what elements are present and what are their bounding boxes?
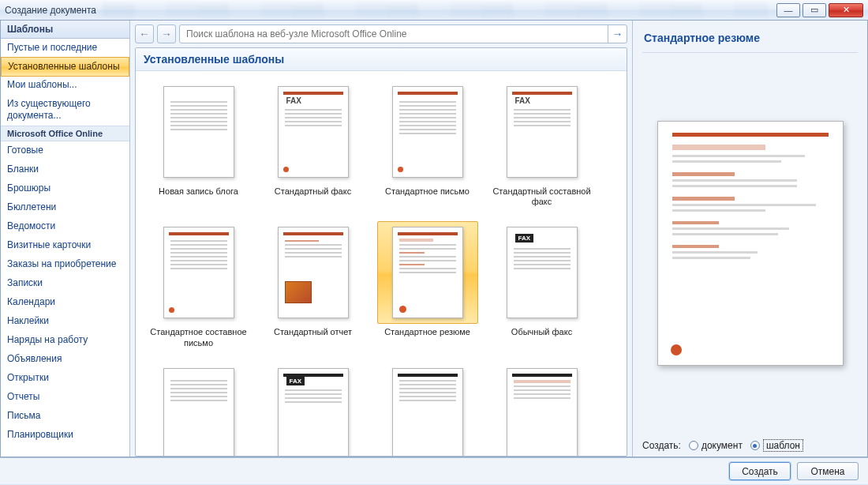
preview-title: Стандартное резюме xyxy=(642,27,858,53)
titlebar-decor xyxy=(103,3,768,17)
create-button[interactable]: Создать xyxy=(729,462,791,480)
sidebar-subheader-online: Microsoft Office Online xyxy=(1,126,129,141)
template-item-7[interactable]: FAX Обычный факс xyxy=(488,221,595,348)
cancel-button-label: Отмена xyxy=(810,466,844,477)
sidebar-item-online-2[interactable]: Брошюры xyxy=(1,179,129,198)
template-item-6[interactable]: Стандартное резюме xyxy=(374,221,481,348)
template-thumb: FAX xyxy=(507,227,578,318)
radio-template-label: шаблон xyxy=(763,439,803,452)
arrow-go-icon: → xyxy=(612,28,623,40)
maximize-button[interactable]: ▭ xyxy=(803,3,826,17)
nav-back-button[interactable]: ← xyxy=(135,24,154,43)
sidebar-item-online-1[interactable]: Бланки xyxy=(1,160,129,179)
template-label: Стандартное составное письмо xyxy=(145,327,252,348)
create-as-label: Создать: xyxy=(642,440,681,451)
close-button[interactable]: ✕ xyxy=(829,3,863,17)
dialog-body: Шаблоны Пустые и последние Установленные… xyxy=(0,21,868,457)
template-thumb xyxy=(278,227,349,318)
template-item-3[interactable]: FAX Стандартный составной факс xyxy=(488,81,595,207)
template-thumb: FAX xyxy=(507,86,578,178)
sidebar-item-online-8[interactable]: Календари xyxy=(1,293,129,312)
template-label: Стандартное письмо xyxy=(374,186,481,207)
radio-icon xyxy=(750,441,760,450)
template-label: Стандартный факс xyxy=(260,186,366,207)
template-thumb xyxy=(163,227,234,318)
template-label: Обычный факс xyxy=(488,327,595,348)
sidebar-item-online-4[interactable]: Ведомости xyxy=(1,217,129,236)
template-grid: Новая запись блога FAX Стандартный факс xyxy=(145,81,622,456)
arrow-left-icon: ← xyxy=(139,28,150,40)
template-item-5[interactable]: Стандартный отчет xyxy=(260,221,366,348)
cancel-button[interactable]: Отмена xyxy=(797,462,859,480)
window-controls: — ▭ ✕ xyxy=(774,3,863,17)
sidebar-item-online-14[interactable]: Письма xyxy=(1,407,129,426)
template-item-10[interactable] xyxy=(374,363,481,456)
template-label: Новая запись блога xyxy=(145,186,252,207)
template-item-8[interactable] xyxy=(145,363,252,456)
radio-document[interactable]: документ xyxy=(689,440,743,451)
template-thumb xyxy=(392,86,463,178)
sidebar: Шаблоны Пустые и последние Установленные… xyxy=(1,21,130,457)
gallery-title: Установленные шаблоны xyxy=(136,48,627,71)
button-bar: Создать Отмена xyxy=(0,457,868,484)
search-go-button[interactable]: → xyxy=(608,25,627,43)
sidebar-item-online-10[interactable]: Наряды на работу xyxy=(1,331,129,350)
sidebar-item-online-9[interactable]: Наклейки xyxy=(1,312,129,331)
template-item-2[interactable]: Стандартное письмо xyxy=(374,81,481,207)
circle-icon xyxy=(671,344,682,355)
template-thumb xyxy=(392,368,463,456)
sidebar-item-online-5[interactable]: Визитные карточки xyxy=(1,236,129,255)
create-button-label: Создать xyxy=(742,466,778,477)
template-item-11[interactable] xyxy=(488,363,595,456)
nav-row: ← → → xyxy=(130,21,632,47)
template-label: Стандартный составной факс xyxy=(488,186,595,207)
search-box: → xyxy=(179,24,627,43)
sidebar-item-from-existing[interactable]: Из существующего документа... xyxy=(1,95,129,126)
nav-forward-button[interactable]: → xyxy=(157,24,176,43)
titlebar: Создание документа — ▭ ✕ xyxy=(0,0,868,21)
template-thumb xyxy=(163,368,234,456)
gallery-frame: Установленные шаблоны Новая запись блога… xyxy=(135,47,627,457)
gallery-scroll[interactable]: Новая запись блога FAX Стандартный факс xyxy=(136,71,627,456)
sidebar-item-blank-recent[interactable]: Пустые и последние xyxy=(1,39,129,58)
template-thumb: FAX xyxy=(278,368,349,456)
sidebar-item-online-13[interactable]: Отчеты xyxy=(1,388,129,407)
window-title: Создание документа xyxy=(5,5,96,16)
sidebar-item-online-12[interactable]: Открытки xyxy=(1,369,129,388)
sidebar-item-online-7[interactable]: Записки xyxy=(1,274,129,293)
preview-area xyxy=(642,53,858,433)
search-input[interactable] xyxy=(180,28,608,39)
sidebar-item-online-0[interactable]: Готовые xyxy=(1,141,129,160)
template-thumb xyxy=(163,86,234,178)
sidebar-scroll[interactable]: Пустые и последние Установленные шаблоны… xyxy=(1,39,129,457)
sidebar-item-online-11[interactable]: Объявления xyxy=(1,350,129,369)
sidebar-item-my-templates[interactable]: Мои шаблоны... xyxy=(1,76,129,95)
sidebar-item-installed-templates[interactable]: Установленные шаблоны xyxy=(1,57,129,77)
sidebar-header: Шаблоны xyxy=(1,21,129,39)
template-item-4[interactable]: Стандартное составное письмо xyxy=(145,221,252,348)
sidebar-item-online-15[interactable]: Планировщики xyxy=(1,426,129,445)
middle-panel: ← → → Установленные шаблоны xyxy=(130,21,632,457)
arrow-right-icon: → xyxy=(161,28,172,40)
radio-icon xyxy=(689,441,698,450)
sidebar-item-online-6[interactable]: Заказы на приобретение xyxy=(1,255,129,274)
template-thumb: FAX xyxy=(278,86,349,178)
template-thumb xyxy=(392,227,463,318)
minimize-button[interactable]: — xyxy=(776,3,800,17)
sidebar-item-online-3[interactable]: Бюллетени xyxy=(1,198,129,217)
radio-template[interactable]: шаблон xyxy=(750,439,803,452)
template-item-9[interactable]: FAX xyxy=(260,363,366,456)
preview-panel: Стандартное резюме xyxy=(632,21,867,457)
create-as-row: Создать: документ шаблон xyxy=(642,433,858,457)
radio-document-label: документ xyxy=(702,440,743,451)
preview-page xyxy=(657,121,844,366)
template-item-1[interactable]: FAX Стандартный факс xyxy=(260,81,366,207)
template-label: Стандартный отчет xyxy=(260,327,366,348)
template-item-0[interactable]: Новая запись блога xyxy=(145,81,252,207)
template-label: Стандартное резюме xyxy=(374,327,481,348)
template-thumb xyxy=(507,368,578,456)
